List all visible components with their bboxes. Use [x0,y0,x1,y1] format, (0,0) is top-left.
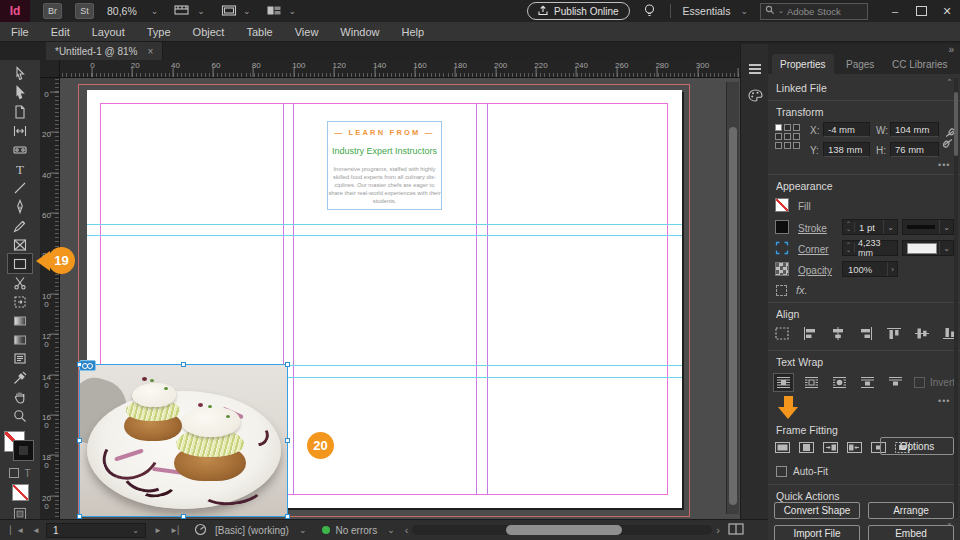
next-page-button[interactable]: ► [150,526,166,535]
menu-item[interactable]: View [284,26,330,38]
ruler-guide[interactable] [87,224,682,225]
zoom-tool[interactable] [8,406,32,425]
rectangle-frame-tool[interactable] [8,235,32,254]
y-input[interactable]: 138 mm [823,142,870,157]
vertical-scrollbar-thumb[interactable] [729,127,737,505]
image-frame[interactable] [79,364,288,517]
canvas-horizontal-scrollbar[interactable] [412,525,712,535]
formatting-text-icon[interactable]: T [24,468,30,479]
selection-handle[interactable] [181,362,186,367]
corner-style-chevron-icon[interactable]: ⌄ [939,241,953,255]
eyedropper-tool[interactable] [8,368,32,387]
stroke-label[interactable]: Stroke [798,223,827,234]
fit-content-to-frame-icon[interactable] [846,440,863,457]
x-input[interactable]: -4 mm [823,122,870,137]
zoom-level-value[interactable]: 80,6% [107,5,137,17]
menu-item[interactable]: Object [182,26,236,38]
previous-page-button[interactable]: ◄ [28,526,44,535]
type-tool[interactable]: T [8,159,32,178]
scroll-left-icon[interactable]: ‹ [405,524,409,536]
align-right-icon[interactable] [858,326,874,341]
quick-action-button[interactable]: Import File [774,525,860,540]
jump-object-icon[interactable] [858,374,877,391]
fit-content-proportionally-icon[interactable] [798,440,815,457]
panel-menu-icon[interactable] [744,58,766,80]
gap-tool[interactable] [8,121,32,140]
scissors-tool[interactable] [8,273,32,292]
maximize-button[interactable] [908,2,934,20]
stroke-weight-chevron-icon[interactable]: ⌄ [883,220,897,234]
invert-checkbox[interactable] [914,377,925,388]
close-button[interactable]: ✕ [934,2,960,20]
fill-frame-proportionally-icon[interactable] [774,440,791,457]
first-page-button[interactable]: ▏◄ [6,526,28,535]
selection-handle[interactable] [77,362,82,367]
quick-action-button[interactable]: Convert Shape [774,502,860,519]
preflight-icon[interactable] [194,523,207,538]
error-status-text[interactable]: No errors [335,525,377,536]
stroke-style-dropdown[interactable]: ⌄ [902,219,954,235]
swatches-panel-icon[interactable] [744,84,766,106]
vertical-ruler[interactable]: 020406080100120140160180200 [40,78,60,519]
pencil-tool[interactable] [8,216,32,235]
selection-tool[interactable] [8,64,32,83]
arrange-documents-button[interactable]: ⌄ [266,4,296,19]
menu-item[interactable]: Edit [40,26,81,38]
bridge-button[interactable]: Br [43,3,62,19]
pen-tool[interactable] [8,197,32,216]
menu-item[interactable]: Type [136,26,182,38]
quick-action-button[interactable]: Arrange [868,502,954,519]
corner-style-dropdown[interactable]: ⌄ [902,240,954,256]
free-transform-tool[interactable] [8,292,32,311]
selection-handle[interactable] [77,438,82,443]
quick-action-button[interactable]: Embed [868,525,954,540]
publish-online-button[interactable]: Publish Online [527,2,629,20]
page-number-dropdown[interactable]: 1 ⌄ [46,523,146,538]
preflight-profile-menu[interactable]: [Basic] (working) [215,525,289,536]
align-center-horizontal-icon[interactable] [830,326,846,341]
tab-close-icon[interactable]: × [147,46,153,57]
workspace-chevron-down-icon[interactable]: ⌄ [740,6,748,16]
auto-fit-checkbox[interactable] [776,466,787,477]
align-left-icon[interactable] [802,326,818,341]
wrap-around-bounding-box-icon[interactable] [802,374,821,391]
canvas-vertical-scrollbar[interactable] [726,82,739,514]
panel-scrollbar-thumb[interactable] [954,92,958,156]
menu-item[interactable]: Table [235,26,283,38]
document-tab[interactable]: *Untitled-1 @ 81% × [46,42,163,60]
note-tool[interactable] [8,349,32,368]
stroke-color-swatch[interactable] [775,220,789,234]
errors-chevron-down-icon[interactable]: ⌄ [387,525,395,535]
align-to-selection-icon[interactable] [774,326,790,341]
zoom-chevron-down-icon[interactable]: ⌄ [151,6,159,16]
jump-to-next-column-icon[interactable] [886,374,905,391]
wrap-around-object-shape-icon[interactable] [830,374,849,391]
stroke-weight-stepper[interactable]: ⌃⌄ 1 pt ⌄ [842,219,898,235]
reference-point-proxy[interactable] [775,124,800,149]
gradient-swatch-tool[interactable] [8,311,32,330]
panel-scrollbar[interactable] [954,78,958,518]
stock-button[interactable]: St [75,3,94,19]
panel-scroll-up-icon[interactable]: ⌃ [946,78,953,87]
menu-item[interactable]: Window [329,26,390,38]
formatting-affects-toggle[interactable]: T [8,465,32,481]
object-style-icon[interactable] [776,285,787,296]
screen-mode-button[interactable]: ⌄ [221,4,251,19]
linked-file-section-title[interactable]: Linked File [776,82,827,94]
apply-none-button[interactable] [8,481,32,503]
formatting-container-icon[interactable] [9,468,19,478]
lightbulb-icon[interactable] [643,3,656,20]
ruler-origin-box[interactable] [40,60,60,78]
menu-item[interactable]: Layout [81,26,136,38]
align-center-vertical-icon[interactable] [914,326,930,341]
selection-handle[interactable] [285,438,290,443]
gradient-feather-tool[interactable] [8,330,32,349]
hand-tool[interactable] [8,387,32,406]
line-tool[interactable] [8,178,32,197]
panel-scroll-down-icon[interactable]: ⌄ [946,518,953,527]
split-window-icon[interactable] [728,523,744,537]
preflight-chevron-down-icon[interactable]: ⌄ [299,525,307,535]
menu-item[interactable]: File [0,26,40,38]
opacity-value[interactable]: 100% › [842,261,898,277]
horizontal-ruler[interactable]: 2002040608010012014016018020022024026028… [60,60,740,78]
